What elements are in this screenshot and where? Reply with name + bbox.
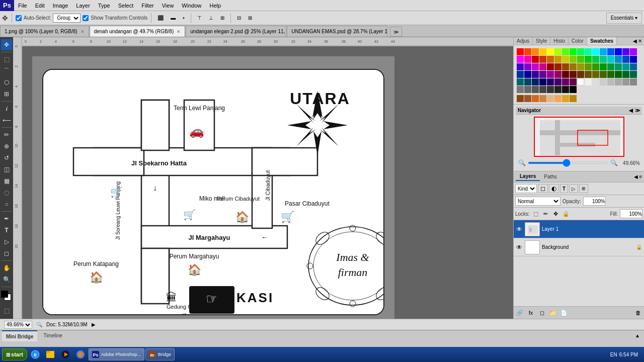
swatch[interactable] — [532, 71, 539, 78]
media-player-icon[interactable] — [58, 348, 72, 360]
history-brush-btn[interactable]: ↺ — [1, 152, 12, 163]
swatch[interactable] — [524, 78, 531, 85]
swatch[interactable] — [585, 71, 592, 78]
menu-image[interactable]: Image — [49, 0, 72, 11]
swatch[interactable] — [517, 63, 524, 70]
menu-layer[interactable]: Layer — [72, 0, 94, 11]
style-tab[interactable]: Style — [533, 37, 550, 45]
tab-4[interactable]: UNDANGAN EMAS.psd @ 28.7% (Layer 12, RGB… — [287, 26, 387, 37]
swatch[interactable] — [622, 48, 629, 55]
swatch[interactable] — [607, 78, 614, 85]
swatch[interactable] — [570, 78, 577, 85]
filter-smart-btn[interactable]: ⊞ — [579, 184, 588, 193]
swatch[interactable] — [524, 56, 531, 63]
background-visibility-btn[interactable]: 👁 — [516, 244, 523, 251]
swatch[interactable] — [539, 71, 546, 78]
move-tool-btn[interactable]: ✥ — [1, 39, 12, 50]
panel-collapse-btn[interactable]: ◀ — [633, 38, 637, 44]
lang-indicator[interactable]: EN — [610, 352, 617, 357]
gradient-tool-btn[interactable]: ▦ — [1, 175, 12, 187]
zoom-tool-btn[interactable]: 🔍 — [1, 274, 12, 285]
swatch[interactable] — [562, 86, 569, 93]
swatch[interactable] — [532, 48, 539, 55]
paths-tab[interactable]: Paths — [540, 173, 561, 180]
swatch[interactable] — [539, 63, 546, 70]
layers-tab[interactable]: Layers — [516, 172, 540, 181]
filter-shape-btn[interactable]: ▷ — [569, 184, 578, 193]
tab-2-close[interactable]: ✕ — [177, 26, 181, 37]
swatch[interactable] — [622, 78, 629, 85]
swatches-tab[interactable]: Swatches — [587, 37, 617, 45]
align-bottom-btn[interactable]: ⊞ — [218, 13, 227, 24]
align-left-btn[interactable]: ⬛ — [155, 13, 166, 24]
link-layers-btn[interactable]: 🔗 — [515, 308, 524, 317]
layers-menu-btn[interactable]: ≡ — [639, 174, 642, 179]
swatch[interactable] — [547, 86, 554, 93]
blend-mode-select[interactable]: Normal Multiply Screen — [515, 197, 560, 206]
histo-tab[interactable]: Histo — [550, 37, 569, 45]
swatch[interactable] — [592, 71, 599, 78]
swatch[interactable] — [517, 78, 524, 85]
filter-adjust-btn[interactable]: ◐ — [549, 184, 559, 193]
lasso-tool-btn[interactable]: ⌒ — [1, 65, 12, 76]
tab-1-close[interactable]: ✕ — [80, 26, 85, 37]
swatch[interactable] — [600, 63, 607, 70]
swatch[interactable] — [562, 71, 569, 78]
swatch[interactable] — [547, 56, 554, 63]
swatch[interactable] — [630, 71, 637, 78]
swatch[interactable] — [547, 63, 554, 70]
fg-color-swatch[interactable] — [1, 291, 8, 298]
swatch[interactable] — [607, 56, 614, 63]
quickselect-tool-btn[interactable]: ⬡ — [1, 77, 12, 88]
swatch[interactable] — [562, 56, 569, 63]
swatch[interactable] — [570, 56, 577, 63]
mini-bridge-tab[interactable]: Mini Bridge — [2, 330, 37, 341]
tab-3[interactable]: undangan elegan 2.psd @ 25% (Layer 11, R… — [186, 26, 286, 37]
menu-help[interactable]: Help — [205, 0, 225, 11]
swatch[interactable] — [592, 56, 599, 63]
essentials-button[interactable]: Essentials ▾ — [606, 13, 642, 24]
swatch[interactable] — [539, 56, 546, 63]
swatch[interactable] — [532, 56, 539, 63]
menu-filter[interactable]: Filter — [137, 0, 157, 11]
lock-all-btn[interactable]: 🔒 — [562, 210, 570, 218]
kind-filter-select[interactable]: Kind — [515, 184, 537, 193]
swatch[interactable] — [517, 48, 524, 55]
eyedropper-tool-btn[interactable]: 𝒊 — [1, 103, 12, 114]
stamp-tool-btn[interactable]: ⊕ — [1, 141, 12, 152]
swatch[interactable] — [547, 71, 554, 78]
timeline-tab[interactable]: Timeline — [39, 330, 66, 341]
swatch[interactable] — [592, 48, 599, 55]
distribute-btn[interactable]: ⊟ — [234, 13, 244, 24]
swatch[interactable] — [622, 63, 629, 70]
zoom-out-btn[interactable]: 🔍 — [518, 159, 526, 167]
align-right-btn[interactable]: ▪ — [180, 13, 187, 24]
swatch[interactable] — [517, 95, 524, 102]
swatch[interactable] — [600, 71, 607, 78]
swatch[interactable] — [577, 63, 584, 70]
swatch[interactable] — [562, 95, 569, 102]
swatch[interactable] — [607, 48, 614, 55]
swatch[interactable] — [532, 86, 539, 93]
swatch[interactable] — [517, 86, 524, 93]
align-center-h-btn[interactable]: ▬ — [168, 13, 178, 24]
distribute2-btn[interactable]: ⊞ — [246, 13, 255, 24]
pen-tool-btn[interactable]: ✒ — [1, 213, 12, 224]
swatch[interactable] — [554, 78, 561, 85]
add-mask-btn[interactable]: ◻ — [537, 308, 546, 317]
swatch[interactable] — [539, 78, 546, 85]
swatch[interactable] — [539, 86, 546, 93]
menu-type[interactable]: Type — [94, 0, 114, 11]
zoom-in-btn[interactable]: 🔍 — [610, 159, 618, 167]
menu-view[interactable]: View — [158, 0, 178, 11]
group-select[interactable]: Group Layer — [53, 14, 80, 23]
swatch[interactable] — [547, 95, 554, 102]
swatch[interactable] — [554, 86, 561, 93]
tab-1[interactable]: 1.png @ 100% (Layer 0, RGB/8) ✕ — [0, 26, 89, 37]
swatch[interactable] — [554, 95, 561, 102]
swatch[interactable] — [600, 48, 607, 55]
swatch[interactable] — [524, 63, 531, 70]
swatch[interactable] — [600, 78, 607, 85]
swatch[interactable] — [570, 86, 577, 93]
brush-tool-btn[interactable]: ✏ — [1, 129, 12, 140]
